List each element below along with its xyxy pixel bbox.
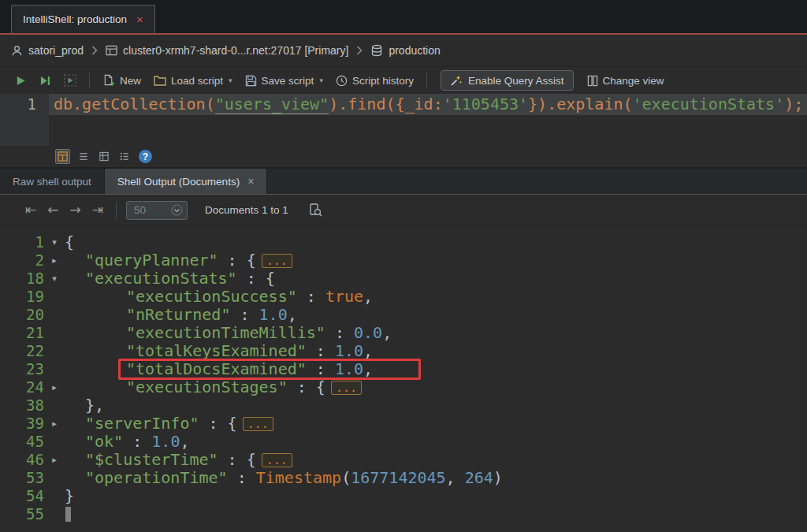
code-segment: db.getCollection( — [54, 95, 215, 113]
database-icon — [370, 44, 383, 57]
combo-chevron-icon — [171, 204, 183, 216]
change-view-button[interactable]: Change view — [582, 73, 670, 89]
tab-shell-output-documents[interactable]: Shell Output (Documents) × — [105, 169, 268, 194]
tab-raw-shell-output[interactable]: Raw shell output — [0, 169, 105, 194]
output-line-23: 23"totalDocsExamined" : 1.0, — [0, 360, 807, 378]
output-line-20: 20"nReturned" : 1.0, — [0, 306, 807, 324]
code-segment: : { — [237, 270, 275, 288]
list-view-button[interactable] — [76, 149, 91, 164]
line-number: 46 — [0, 451, 44, 469]
output-tab-bar: Raw shell output Shell Output (Documents… — [0, 169, 807, 195]
expand-icon[interactable]: ▸ — [44, 415, 65, 433]
breadcrumb-cluster[interactable]: cluster0-xrmh7-shard-0...r.net:27017 [Pr… — [106, 44, 348, 57]
code-segment: ); — [784, 95, 803, 113]
indent-spacer — [65, 296, 126, 297]
intellishell-window: IntelliShell: production × satori_prod c… — [0, 0, 807, 532]
collapse-icon[interactable]: ▾ — [44, 270, 65, 288]
line-number: 21 — [0, 324, 44, 342]
output-line-55: 55 — [0, 505, 807, 523]
view-document-button[interactable] — [309, 203, 322, 217]
save-script-label: Save script — [262, 75, 314, 87]
chevron-down-icon: ▾ — [229, 76, 232, 84]
line-content: "operationTime" : Timestamp(1677142045, … — [85, 469, 503, 487]
run-entire-script-button[interactable] — [34, 73, 57, 89]
load-script-label: Load script — [171, 75, 223, 87]
script-history-button[interactable]: Script history — [330, 73, 419, 89]
output-line-21: 21"executionTimeMillis" : 0.0, — [0, 324, 807, 342]
save-script-button[interactable]: Save script ▾ — [240, 73, 329, 89]
breadcrumb-connection[interactable]: satori_prod — [11, 44, 84, 57]
query-editor[interactable]: 1 db.getCollection("users_view").find({_… — [0, 94, 807, 146]
editor-result-layout-button[interactable] — [55, 149, 70, 164]
code-segment: }, — [85, 396, 104, 415]
code-segment: "executionTimeMillis" — [126, 324, 325, 342]
help-icon[interactable]: ? — [139, 150, 152, 163]
indent-spacer — [65, 478, 85, 478]
line-content: "serverInfo" : {... — [85, 415, 273, 433]
next-page-icon[interactable]: → — [70, 203, 81, 217]
code-segment: , — [363, 360, 373, 378]
breadcrumb-database[interactable]: production — [370, 44, 440, 57]
line-number: 39 — [0, 415, 44, 433]
load-script-button[interactable]: Load script ▾ — [148, 73, 238, 89]
editor-current-line[interactable]: db.getCollection("users_view").find({_id… — [49, 94, 807, 115]
line-number: 55 — [0, 505, 44, 523]
line-content: "nReturned" : 1.0, — [126, 306, 297, 324]
indent-spacer — [65, 278, 85, 279]
code-segment: "executionSuccess" — [126, 288, 297, 306]
pager-divider — [116, 202, 117, 219]
code-segment: "totalKeysExamined" — [126, 342, 307, 360]
expand-icon[interactable]: ▸ — [44, 378, 65, 396]
shell-toolbar: New Load script ▾ Save script ▾ Script h… — [0, 67, 807, 94]
tab-close-icon[interactable]: × — [136, 13, 143, 25]
expand-icon[interactable]: ▸ — [44, 451, 65, 469]
code-segment: Timestamp — [256, 469, 341, 487]
folder-icon — [154, 75, 166, 86]
collapse-icon[interactable]: ▾ — [44, 233, 65, 251]
enable-query-assist-button[interactable]: Enable Query Assist — [441, 70, 574, 91]
code-segment: 'executionStats' — [633, 95, 785, 113]
layout-grid-icon — [58, 151, 68, 162]
new-script-button[interactable]: New — [97, 72, 147, 89]
collapsed-content-ellipsis[interactable]: ... — [243, 417, 273, 431]
tree-view-button[interactable] — [117, 149, 132, 164]
code-segment: "ok" — [85, 433, 123, 451]
last-page-icon[interactable]: ⇥ — [92, 203, 103, 217]
code-segment: 1.0 — [335, 360, 363, 378]
raw-shell-output-label: Raw shell output — [13, 176, 91, 188]
collapsed-content-ellipsis[interactable]: ... — [262, 453, 292, 467]
script-history-label: Script history — [352, 75, 414, 87]
query-assist-label: Enable Query Assist — [468, 75, 564, 87]
code-segment: } — [65, 487, 74, 505]
json-output-view[interactable]: 1▾{2▸"queryPlanner" : {...18▾"executionS… — [0, 226, 807, 532]
code-segment: "queryPlanner" — [85, 251, 218, 270]
tab-intellishell-production[interactable]: IntelliShell: production × — [11, 5, 155, 33]
previous-page-icon[interactable]: ← — [47, 203, 58, 217]
new-document-icon — [102, 74, 115, 87]
code-segment: "totalDocsExamined" — [126, 360, 307, 378]
code-segment: : { — [288, 378, 325, 396]
editor-gutter: 1 — [0, 94, 49, 146]
indent-spacer — [65, 314, 126, 315]
line-content: "executionTimeMillis" : 0.0, — [126, 324, 392, 342]
line-number: 45 — [0, 433, 44, 451]
editor-code-area[interactable]: db.getCollection("users_view").find({_id… — [49, 94, 807, 146]
code-segment: 0.0 — [354, 324, 382, 342]
collapsed-content-ellipsis[interactable]: ... — [331, 381, 362, 395]
output-tab-close-icon[interactable]: × — [247, 175, 254, 188]
collapsed-content-ellipsis[interactable]: ... — [262, 254, 292, 268]
line-content: "executionSuccess" : true, — [126, 288, 373, 306]
table-view-button[interactable] — [96, 149, 111, 164]
expand-icon[interactable]: ▸ — [44, 251, 65, 270]
columns-layout-icon — [587, 75, 598, 87]
run-button[interactable] — [9, 73, 32, 89]
first-page-icon[interactable]: ⇤ — [25, 203, 36, 217]
cluster-name: cluster0-xrmh7-shard-0...r.net:27017 [Pr… — [123, 44, 348, 57]
output-line-24: 24▸"executionStages" : {... — [0, 378, 807, 396]
run-selection-button[interactable] — [58, 72, 82, 89]
page-size-select[interactable]: 50 — [126, 201, 188, 220]
code-segment: "nReturned" — [126, 306, 230, 324]
database-name: production — [389, 44, 440, 57]
line-number: 18 — [0, 270, 44, 288]
code-segment: ( — [341, 469, 351, 487]
